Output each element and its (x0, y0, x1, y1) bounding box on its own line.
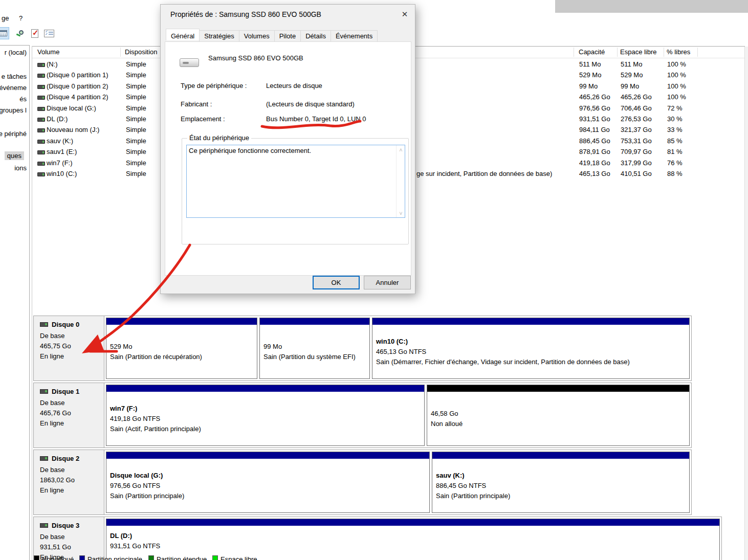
disk-name: Disque 2 (52, 455, 79, 462)
console-tree-sidebar: r (local) e tâches événeme és groupes l … (0, 45, 30, 560)
partition-color-bar (106, 452, 429, 459)
disk-2-header[interactable]: Disque 2 De base 1863,02 Go En ligne (34, 450, 104, 514)
tab-pilote[interactable]: Pilote (274, 30, 301, 42)
volume-pct-free: 100 % (667, 93, 686, 101)
partition-color-bar (106, 519, 719, 526)
volume-icon (37, 74, 45, 78)
volume-capacity: 984,11 Go (579, 126, 610, 133)
column-header-volume[interactable]: Volume (37, 48, 59, 56)
volume-name: win7 (F:) (47, 159, 73, 167)
sidebar-item-partages[interactable]: és (19, 95, 27, 103)
partition-color-bar (260, 318, 369, 325)
disk-name: Disque 3 (52, 522, 79, 529)
toolbar-button-console-window[interactable] (0, 27, 9, 39)
volume-pct-free: 88 % (667, 170, 683, 177)
disk-status: En ligne (40, 351, 99, 362)
volume-name: win10 (C:) (47, 170, 77, 177)
partition-local-g[interactable]: Disque local (G:) 976,56 Go NTFS Sain (P… (106, 452, 430, 513)
cancel-button[interactable]: Annuler (364, 276, 411, 289)
volume-free-space: 753,31 Go (621, 137, 652, 145)
partition-title: Disque local (G:) (110, 471, 429, 481)
disk-kind: De base (40, 465, 99, 475)
textbox-scrollbar[interactable]: ˄ ˅ (396, 145, 405, 217)
disk-3-header[interactable]: Disque 3 De base 931,51 Go En ligne (34, 517, 104, 560)
device-state-groupbox: État du périphérique Ce périphérique fon… (182, 138, 409, 244)
volume-disposition: Simple (126, 71, 146, 79)
sidebar-item-groupes[interactable]: groupes l (0, 106, 27, 114)
volume-pct-free: 85 % (667, 137, 683, 145)
column-header-disposition[interactable]: Disposition (125, 48, 158, 56)
disk-1-header[interactable]: Disque 1 De base 465,76 Go En ligne (34, 383, 104, 447)
volume-name: sauv1 (E:) (47, 148, 77, 155)
menu-item-affichage-fragment[interactable]: ge (2, 14, 9, 22)
vertical-scrollbar[interactable] (744, 47, 748, 560)
volume-capacity: 878,91 Go (579, 148, 610, 155)
sidebar-item-taches[interactable]: e tâches (2, 73, 27, 80)
volume-free-space: 709,97 Go (621, 148, 652, 155)
menu-item-help[interactable]: ? (19, 14, 23, 22)
volume-disposition: Simple (126, 159, 146, 167)
partition-win10-c[interactable]: win10 (C:) 465,13 Go NTFS Sain (Démarrer… (372, 318, 690, 379)
partition-efi[interactable]: 99 Mo Sain (Partition du système EFI) (259, 318, 370, 379)
volume-icon (37, 85, 45, 89)
volume-capacity: 419,18 Go (579, 159, 610, 167)
titlebar-remnant (555, 0, 748, 13)
toolbar-button-validate[interactable]: ✓ (29, 27, 41, 39)
device-state-textbox[interactable]: Ce périphérique fonctionne correctement.… (186, 145, 405, 218)
sidebar-item-disques-selected[interactable]: ques (5, 151, 24, 160)
volume-capacity: 99 Mo (579, 82, 598, 90)
disk-row-3: Disque 3 De base 931,51 Go En ligne DL (… (33, 517, 722, 560)
disk-icon (40, 456, 48, 461)
disk-status: En ligne (40, 485, 99, 496)
volume-pct-free: 100 % (667, 82, 686, 90)
toolbar-button-view[interactable] (14, 27, 27, 39)
legend-item-extended: Partition étendue (148, 555, 207, 560)
sidebar-item-applications[interactable]: ions (14, 164, 27, 172)
sidebar-item-local[interactable]: r (local) (5, 49, 27, 56)
volume-capacity: 465,13 Go (579, 170, 610, 177)
sidebar-item-peripheriques[interactable]: e périphé (0, 130, 27, 138)
scroll-up-icon[interactable]: ˄ (397, 145, 405, 154)
tab-volumes[interactable]: Volumes (239, 30, 275, 42)
partition-sauv-k[interactable]: sauv (K:) 886,45 Go NTFS Sain (Partition… (432, 452, 690, 513)
partition-status: Sain (Partition de récupération) (110, 352, 257, 362)
disk-icon (40, 523, 48, 528)
magnifier-icon (16, 30, 25, 37)
partition-dl-d[interactable]: DL (D:) 931,51 Go NTFS (106, 519, 720, 560)
partition-status: Sain (Démarrer, Fichier d'échange, Vidag… (376, 357, 689, 367)
column-header-espace-libre[interactable]: Espace libre (620, 48, 657, 56)
partition-win7-f[interactable]: win7 (F:) 419,18 Go NTFS Sain (Actif, Pa… (106, 385, 425, 446)
partition-recovery[interactable]: 529 Mo Sain (Partition de récupération) (106, 318, 257, 379)
legend-item-unallocated: Non alloué (34, 555, 74, 560)
partition-title: DL (D:) (110, 531, 719, 541)
toolbar-button-properties[interactable] (43, 27, 55, 39)
volume-pct-free: 30 % (667, 115, 683, 123)
tab-general[interactable]: Général (166, 29, 200, 40)
volume-disposition: Simple (126, 148, 146, 155)
disk-status: En ligne (40, 418, 99, 429)
partition-unallocated[interactable]: 46,58 Go Non alloué (427, 385, 690, 446)
properties-dialog: Propriétés de : Samsung SSD 860 EVO 500G… (160, 4, 415, 294)
disk-0-header[interactable]: Disque 0 De base 465,75 Go En ligne (34, 316, 104, 380)
column-header-capacite[interactable]: Capacité (579, 48, 605, 56)
partition-color-bar (432, 452, 689, 459)
legend-label: Espace libre (221, 555, 257, 560)
dialog-tab-strip: Général Stratégies Volumes Pilote Détail… (166, 30, 377, 42)
disk-size: 465,76 Go (40, 408, 99, 418)
volume-capacity: 511 Mo (579, 60, 601, 68)
tab-evenements[interactable]: Événements (331, 30, 378, 42)
checkmark-document-icon: ✓ (31, 29, 38, 38)
volume-capacity: 931,51 Go (579, 115, 610, 123)
tab-strategies[interactable]: Stratégies (199, 30, 239, 42)
sidebar-item-evenements[interactable]: événeme (0, 84, 27, 92)
close-icon[interactable]: ✕ (397, 8, 412, 21)
groupbox-label: État du périphérique (187, 134, 251, 142)
scroll-down-icon[interactable]: ˅ (397, 209, 405, 217)
partition-status: Sain (Partition principale) (436, 491, 689, 501)
column-header-pct-libres[interactable]: % libres (667, 48, 690, 56)
partition-title: win7 (F:) (110, 404, 424, 414)
ok-button[interactable]: OK (313, 276, 360, 289)
volume-disposition: Simple (126, 126, 146, 133)
field-value-emplacement: Bus Number 0, Target Id 0, LUN 0 (266, 115, 366, 123)
tab-details[interactable]: Détails (300, 30, 331, 42)
